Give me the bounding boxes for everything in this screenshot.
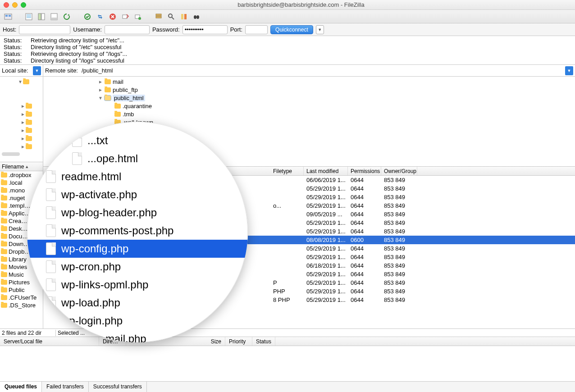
sync-icon[interactable] [95,11,105,22]
folder-icon [1,188,7,193]
folder-icon [114,112,121,117]
remote-tree-node[interactable]: .quarantine [43,102,575,110]
remote-file-row[interactable]: 09/05/2019 ...0644853 849 [43,210,575,219]
remote-tree-node[interactable]: ▼public_html [43,94,575,102]
cell-modified: 05/29/2019 1... [304,271,348,278]
local-file-row[interactable]: Applic… [0,210,43,217]
col-size[interactable]: Size [126,337,225,346]
disclosure-icon[interactable]: ► [98,79,103,84]
quickconnect-dropdown-icon[interactable]: ▼ [316,25,324,34]
local-file-row[interactable]: .CFUserTe [0,294,43,301]
remote-file-row[interactable]: 05/29/2019 1...0644853 849 [43,253,575,261]
remote-tree-pane[interactable]: ►mail►public_ftp▼public_html.quarantine.… [43,77,575,167]
remote-tree-node[interactable]: cgi-bin [43,126,575,134]
col-direction[interactable]: Dire… [99,337,126,346]
local-file-row[interactable]: Dropb… [0,248,43,255]
cancel-icon[interactable] [107,11,118,22]
svg-rect-1 [5,15,8,17]
close-window-icon[interactable] [4,2,9,8]
local-file-row[interactable]: Music [0,271,43,278]
local-file-row[interactable]: Docu… [0,232,43,240]
site-manager-icon[interactable] [3,11,14,22]
folder-icon [1,196,7,201]
compare-icon[interactable] [178,11,189,22]
remote-file-row[interactable]: 06/06/2019 1...0644853 849 [43,176,575,184]
remote-file-row[interactable]: 05/29/2019 1...0644853 849 [43,193,575,201]
remote-file-row[interactable]: 05/29/2019 1...0644853 849 [43,184,575,193]
remote-tree-node[interactable]: .tmb [43,110,575,118]
process-queue-icon[interactable] [82,11,93,22]
local-file-name: Music [9,271,24,278]
remote-file-row[interactable]: 05/29/2019 1...0644853 849 [43,244,575,253]
remote-tree-node[interactable]: ►mail [43,77,575,86]
toggle-log-icon[interactable] [23,11,34,22]
local-file-row[interactable]: Library [0,255,43,263]
remote-tree-node[interactable]: ►wp-admin [43,134,575,142]
remote-tree-node[interactable]: ►public_ftp [43,86,575,94]
remote-file-row[interactable]: 06/18/2019 1...0644853 849 [43,261,575,270]
col-modified[interactable]: Last modified [304,167,348,175]
disclosure-icon[interactable]: ► [98,87,103,92]
col-owner[interactable]: Owner/Group [381,167,417,175]
remote-file-row[interactable]: P05/29/2019 1...0644853 849 [43,278,575,287]
col-priority[interactable]: Priority [225,337,252,346]
cell-owner: 853 849 [381,228,417,235]
local-file-row[interactable]: .mono [0,187,43,194]
col-filetype[interactable]: Filetype [270,167,304,175]
local-file-name: .nuget [9,195,25,201]
remote-file-row[interactable]: PHP05/29/2019 1...0644853 849 [43,287,575,296]
remote-file-row[interactable]: o...05/29/2019 1...0644853 849 [43,201,575,210]
remote-file-row[interactable]: 05/29/2019 1...0644853 849 [43,270,575,278]
quickconnect-button[interactable]: Quickconnect [270,25,313,34]
local-file-list[interactable]: Filename▲ .dropbox.local.mono.nuget.temp… [0,162,43,328]
local-file-row[interactable]: .local [0,179,43,187]
disclosure-icon[interactable]: ► [108,136,113,141]
search-icon[interactable] [166,11,177,22]
status-text: Retrieving directory listing of "/logs".… [31,50,127,57]
col-server[interactable]: Server/Local file [0,337,99,346]
filter-icon[interactable] [153,11,164,22]
host-input[interactable] [19,25,70,34]
local-path-dropdown-icon[interactable]: ▼ [33,66,41,75]
username-input[interactable] [105,25,150,34]
local-file-row[interactable]: .templ… [0,202,43,210]
binoculars-icon[interactable] [191,11,202,22]
remote-file-row[interactable]: 08/08/2019 1...0600853 849 [43,236,575,244]
toggle-queue-icon[interactable] [49,11,59,22]
col-status[interactable]: Status [252,337,275,346]
tab-successful[interactable]: Successful transfers [89,382,147,392]
tab-queued[interactable]: Queued files [0,382,42,392]
remote-file-row[interactable]: 8 PHP05/29/2019 1...0644853 849 [43,296,575,304]
remote-path-dropdown-icon[interactable]: ▼ [565,66,573,75]
port-input[interactable] [245,25,268,34]
status-bar: 2 files and 22 dir Selected ... [0,329,575,337]
minimize-window-icon[interactable] [12,2,18,8]
local-file-row[interactable]: Crea… [0,217,43,225]
remote-file-row[interactable]: 05/29/2019 1...0644853 849 [43,227,575,236]
tab-failed[interactable]: Failed transfers [42,382,89,392]
password-input[interactable] [183,25,228,34]
col-permissions[interactable]: Permissions [348,167,381,175]
refresh-icon[interactable] [61,11,72,22]
local-file-row[interactable]: Public [0,286,43,294]
tree-node-label: cgi-bin [123,127,140,134]
remote-file-table[interactable]: Filetype Last modified Permissions Owner… [43,167,575,328]
disclosure-icon[interactable]: ▼ [98,96,103,100]
disconnect-icon[interactable] [120,11,131,22]
local-header-filename[interactable]: Filename [2,164,24,170]
local-file-row[interactable]: Desk… [0,225,43,232]
reconnect-icon[interactable] [132,11,143,22]
toggle-tree-icon[interactable] [36,11,47,22]
remote-file-row[interactable]: 05/29/2019 1...0644853 849 [43,219,575,227]
local-file-row[interactable]: Down… [0,240,43,248]
local-file-row[interactable]: Pictures [0,278,43,286]
local-file-row[interactable]: Movies [0,263,43,271]
remote-path-input[interactable] [80,66,563,75]
local-file-row[interactable]: .DS_Store [0,301,43,309]
maximize-window-icon[interactable] [21,2,26,8]
local-file-row[interactable]: .nuget [0,194,43,202]
remote-tree-node[interactable]: .well-known [43,118,575,126]
local-file-row[interactable]: .dropbox [0,171,43,179]
local-tree-pane[interactable]: ▼ ► ► ► ► ► ► [0,77,43,162]
remote-status: Selected ... [56,330,87,336]
